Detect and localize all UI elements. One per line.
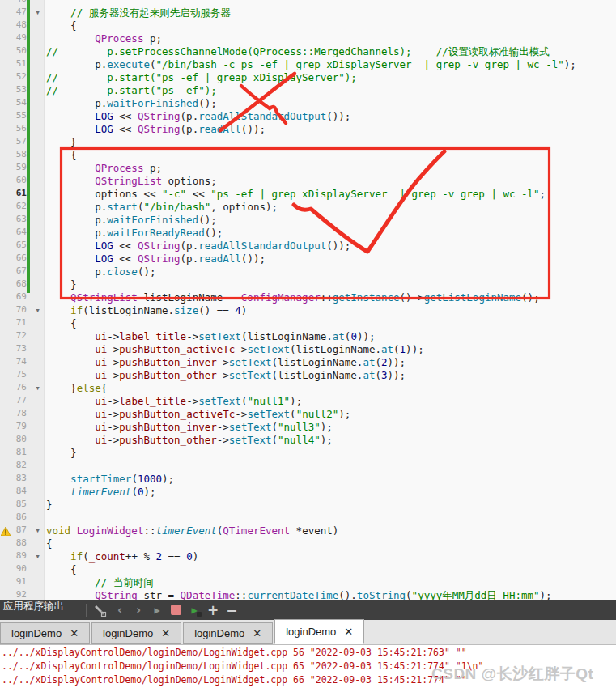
output-tab[interactable]: loginDemo✕: [91, 622, 181, 644]
line-number: 69: [11, 291, 27, 304]
close-tab-icon[interactable]: ✕: [253, 627, 261, 639]
code-text: QString str = QDateTime::currentDateTime…: [44, 589, 552, 600]
gutter-space: [0, 291, 11, 304]
code-line: 53// p.start("ps -ef");: [0, 84, 616, 97]
fold-space: [32, 278, 44, 291]
line-number: 53: [11, 84, 27, 97]
run-icon[interactable]: ▶: [151, 603, 163, 618]
code-text: if(listLoginName.size() == 4): [44, 304, 247, 317]
line-number: 82: [11, 460, 27, 473]
fold-space: [32, 499, 44, 512]
code-line: 72 ui->label_title->setText(listLoginNam…: [0, 330, 616, 343]
code-text: [44, 512, 46, 524]
code-text: void LoginWidget::timerEvent(QTimerEvent…: [44, 524, 338, 537]
next-item-icon[interactable]: ›: [133, 603, 144, 618]
gutter-space: [0, 343, 11, 356]
output-tab[interactable]: loginDemo✕: [0, 622, 90, 644]
gutter-space: [0, 473, 11, 486]
fold-space: [32, 473, 44, 486]
fold-space: [32, 32, 44, 45]
code-text: options << "-c" << "ps -ef | grep xDispl…: [44, 188, 546, 201]
code-text: LOG << QString(p.readAll());: [44, 253, 266, 265]
fold-space: [32, 71, 44, 84]
fold-marker-icon[interactable]: ▼: [32, 550, 44, 563]
fold-space: [32, 97, 44, 110]
output-toolbar: ‹ › ▶ ▶ + −: [86, 600, 238, 620]
gutter-space: [0, 499, 11, 512]
code-text: }: [44, 278, 77, 291]
gutter-space: [0, 110, 11, 123]
fold-space: [32, 175, 44, 188]
code-line: 68 }: [0, 278, 616, 291]
code-line: 84 timerEvent(0);: [0, 486, 616, 499]
line-number: 58: [11, 149, 27, 162]
output-tab-label: loginDemo: [286, 626, 336, 638]
fold-marker-icon[interactable]: ▼: [32, 382, 44, 395]
fold-space: [32, 343, 44, 356]
close-tab-icon[interactable]: ✕: [70, 627, 79, 639]
fold-space: [32, 240, 44, 253]
code-line: 76▼ }else{: [0, 382, 616, 395]
fold-space: [32, 265, 44, 278]
gutter-space: [0, 214, 11, 227]
fold-marker-icon[interactable]: ▼: [32, 304, 44, 317]
fold-space: [32, 576, 44, 589]
gutter-space: [0, 32, 11, 45]
line-number: 60: [11, 175, 27, 188]
code-line: 52// p.start("ps -ef | greap xDisplaySer…: [0, 71, 616, 84]
code-text: {: [44, 537, 53, 550]
code-text: p.waitForReadyRead();: [44, 227, 223, 240]
code-line: 71 {: [0, 317, 616, 330]
fold-space: [32, 45, 44, 58]
fold-space: [32, 162, 44, 175]
code-line: 75 ui->pushButton_other->setText(listLog…: [0, 369, 616, 382]
code-line: 77 ui->label_title->setText("null1");: [0, 395, 616, 408]
code-line: 59 QProcess p;: [0, 162, 616, 175]
code-line: 50// p.setProcessChannelMode(QProcess::M…: [0, 45, 616, 58]
fold-space: [32, 537, 44, 550]
code-line: 90 {: [0, 563, 616, 576]
gutter-space: [0, 537, 11, 550]
gutter-space: [0, 278, 11, 291]
fold-space: [32, 227, 44, 240]
code-line: 67 p.close();: [0, 265, 616, 278]
output-tab[interactable]: loginDemo✕: [183, 622, 273, 644]
fold-marker-icon[interactable]: ▼: [32, 524, 44, 537]
output-tab[interactable]: loginDemo✕: [274, 619, 364, 644]
zoom-out-icon[interactable]: −: [226, 603, 237, 618]
stop-icon[interactable]: [170, 603, 181, 618]
close-tab-icon[interactable]: ✕: [344, 626, 353, 638]
fold-space: [32, 447, 44, 460]
code-text: QStringList listLoginName = ConfigManage…: [44, 291, 540, 304]
gutter-space: [0, 330, 11, 343]
gutter-space: [0, 240, 11, 253]
code-line: 86: [0, 512, 616, 524]
watermark: CSDN @长沙红胖子Qt: [431, 664, 593, 685]
code-text: // p.setProcessChannelMode(QProcess::Mer…: [44, 45, 550, 58]
code-line: 58 {: [0, 149, 616, 162]
gutter-space: [0, 408, 11, 421]
code-text: [44, 0, 46, 6]
clear-output-icon[interactable]: [94, 603, 107, 618]
code-text: if(_count++ % 2 == 0): [44, 550, 198, 563]
rerun-debug-icon[interactable]: ▶: [189, 603, 200, 618]
gutter-space: [0, 149, 11, 162]
fold-marker-icon[interactable]: ▼: [32, 6, 44, 19]
line-number: 46: [11, 0, 27, 6]
line-number: 70: [11, 304, 27, 317]
close-tab-icon[interactable]: ✕: [161, 627, 170, 639]
output-tabs: loginDemo✕loginDemo✕loginDemo✕loginDemo✕: [0, 620, 616, 645]
code-text: [44, 460, 46, 473]
line-number: 87: [11, 524, 27, 537]
previous-item-icon[interactable]: ‹: [114, 603, 125, 618]
zoom-in-icon[interactable]: +: [207, 603, 219, 618]
line-number: 78: [11, 408, 27, 421]
code-editor[interactable]: 4647▼ // 服务器没有起来则先启动服务器48 {49 QProcess p…: [0, 0, 616, 600]
output-pane-title: 应用程序输出: [3, 600, 64, 620]
code-text: QProcess p;: [44, 32, 162, 45]
fold-space: [32, 356, 44, 369]
line-number: 80: [11, 434, 27, 447]
output-tab-label: loginDemo: [103, 627, 153, 639]
gutter-space: [0, 434, 11, 447]
line-number: 54: [11, 97, 27, 110]
